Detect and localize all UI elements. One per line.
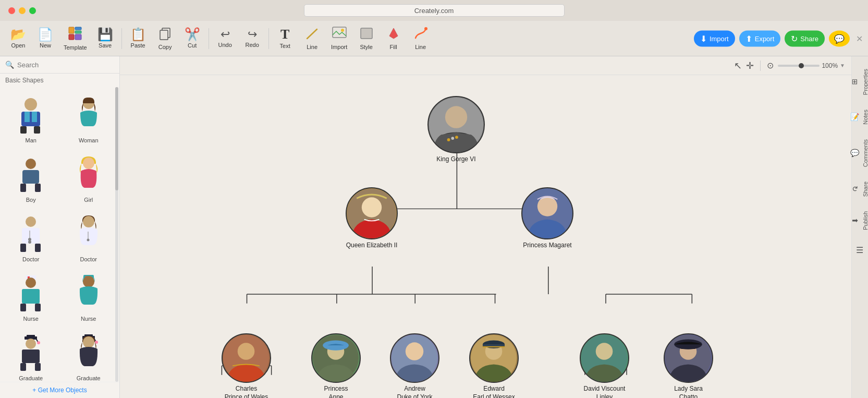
- person-node-anne[interactable]: PrincessAnne: [311, 333, 361, 398]
- shape-item-boy[interactable]: Boy: [2, 149, 60, 208]
- line-tool-button[interactable]: Line: [299, 24, 325, 53]
- text-tool-button[interactable]: T Text: [272, 25, 298, 52]
- save-button[interactable]: 💾 Save: [92, 25, 118, 52]
- search-input[interactable]: [17, 61, 114, 69]
- shape-item-nurse-f[interactable]: Nurse: [60, 268, 118, 327]
- line2-icon: [413, 27, 428, 42]
- minimize-button[interactable]: [19, 7, 26, 14]
- style-button[interactable]: Style: [353, 23, 380, 53]
- paste-button[interactable]: 📋 Paste: [125, 25, 151, 52]
- shape-item-man[interactable]: Man: [2, 89, 60, 149]
- person-node-charles[interactable]: CharlesPrince of Wales: [222, 333, 271, 398]
- properties-icon: ⊞: [851, 79, 859, 85]
- publish-tab[interactable]: ⬆ Publish: [848, 204, 869, 237]
- share-tab[interactable]: ↻ Share: [848, 174, 869, 204]
- open-button[interactable]: 📂 Open: [5, 25, 31, 52]
- person-name-andrew: AndrewDuke of York: [397, 385, 432, 398]
- shape-item-doctor-f[interactable]: Doctor: [60, 208, 118, 268]
- line2-label: Line: [415, 44, 426, 50]
- paste-label: Paste: [131, 42, 145, 49]
- shape-name-man: Man: [26, 137, 36, 143]
- zoom-percent: 100%: [822, 62, 838, 69]
- export-button[interactable]: ⬆ Export: [739, 30, 781, 46]
- zoom-slider[interactable]: [778, 65, 820, 67]
- redo-label: Redo: [245, 42, 259, 48]
- main-layout: 🔍 Basic Shapes: [0, 56, 868, 398]
- svg-point-81: [447, 138, 450, 141]
- person-node-sara[interactable]: Lady SaraChatto: [664, 333, 713, 398]
- svg-point-80: [445, 106, 467, 128]
- shape-item-girl[interactable]: Girl: [60, 149, 118, 208]
- maximize-button[interactable]: [29, 7, 36, 14]
- shape-figure-girl: [70, 154, 107, 196]
- svg-rect-37: [22, 289, 40, 304]
- close-button[interactable]: [8, 7, 15, 14]
- notes-tab[interactable]: 📝 Notes: [848, 102, 869, 132]
- svg-rect-20: [22, 170, 39, 184]
- properties-label: Properties: [862, 69, 869, 95]
- person-node-andrew[interactable]: AndrewDuke of York: [390, 333, 439, 398]
- fill-button[interactable]: Fill: [381, 23, 407, 53]
- comments-tab[interactable]: 💬 Comments: [848, 132, 869, 174]
- svg-point-12: [25, 98, 37, 111]
- shape-item-woman[interactable]: Woman: [60, 89, 118, 149]
- svg-rect-4: [75, 34, 81, 40]
- svg-rect-29: [20, 244, 26, 252]
- address-bar[interactable]: Creately.com: [304, 4, 565, 17]
- properties-tab[interactable]: ⊞ Properties: [848, 62, 869, 102]
- canvas-toolbar: ↖ ✛ ⊙ 100% ▼: [120, 56, 851, 75]
- divider-3: [268, 28, 269, 49]
- shape-item-nurse-m[interactable]: Nurse: [2, 268, 60, 327]
- shape-item-doctor-m[interactable]: Doctor: [2, 208, 60, 268]
- cut-button[interactable]: ✂️ Cut: [179, 25, 205, 52]
- person-node-king[interactable]: King Gorge VI: [427, 96, 485, 164]
- person-node-david[interactable]: David ViscountLinley: [580, 333, 629, 398]
- import-img-label: Import: [331, 44, 347, 50]
- shapes-grid: Man Woman: [0, 87, 119, 382]
- person-node-margaret[interactable]: Princess Magaret: [521, 187, 573, 250]
- publish-label: Publish: [862, 211, 869, 230]
- zoom-dropdown-icon[interactable]: ▼: [840, 63, 845, 68]
- new-button[interactable]: 📄 New: [32, 25, 58, 52]
- shape-figure-boy: [13, 154, 49, 196]
- save-label: Save: [99, 42, 112, 49]
- svg-point-24: [26, 216, 36, 227]
- undo-button[interactable]: ↩ Undo: [212, 26, 238, 51]
- share-tab-label: Share: [862, 182, 869, 197]
- notes-icon: 📝: [851, 113, 859, 122]
- svg-point-23: [83, 158, 94, 169]
- person-circle-anne: [311, 333, 361, 383]
- svg-point-47: [26, 339, 36, 349]
- open-label: Open: [11, 42, 26, 49]
- person-name-anne: PrincessAnne: [324, 385, 348, 398]
- person-node-edward[interactable]: EdwardEarl of Wessex: [469, 333, 519, 398]
- shape-figure-nurse-m: [13, 273, 49, 315]
- shapes-sidebar: 🔍 Basic Shapes: [0, 56, 120, 398]
- share-tab-icon: ↻: [851, 186, 859, 192]
- more-tab[interactable]: ☰: [851, 238, 868, 262]
- person-node-queen[interactable]: Queen Elizabeth II: [346, 187, 398, 250]
- shape-item-grad-f[interactable]: Graduate: [60, 327, 118, 382]
- get-more-objects[interactable]: + Get More Objects: [0, 382, 119, 398]
- line2-button[interactable]: Line: [408, 23, 434, 53]
- redo-button[interactable]: ↪ Redo: [239, 26, 265, 51]
- close-window-button[interactable]: ✕: [856, 33, 863, 43]
- svg-point-101: [596, 343, 613, 360]
- svg-point-33: [87, 238, 89, 241]
- sidebar-scrollbar[interactable]: [115, 87, 118, 382]
- import-button[interactable]: ⬇ Import: [694, 30, 735, 46]
- svg-point-46: [37, 341, 40, 344]
- chat-button[interactable]: 💬: [829, 30, 850, 46]
- shape-figure-doctor-m: [13, 213, 49, 255]
- zoom-icon[interactable]: ⊙: [767, 61, 774, 70]
- svg-rect-16: [20, 126, 27, 134]
- template-button[interactable]: Template: [59, 23, 91, 54]
- select-tool-icon[interactable]: ↖: [734, 60, 742, 71]
- import-img-button[interactable]: Import: [326, 23, 352, 53]
- pan-tool-icon[interactable]: ✛: [746, 60, 754, 71]
- shape-item-grad-m[interactable]: Graduate: [2, 327, 60, 382]
- share-button[interactable]: ↻ Share: [785, 30, 825, 46]
- person-name-king: King Gorge VI: [436, 155, 475, 164]
- copy-button[interactable]: Copy: [152, 24, 178, 53]
- svg-point-94: [406, 342, 423, 360]
